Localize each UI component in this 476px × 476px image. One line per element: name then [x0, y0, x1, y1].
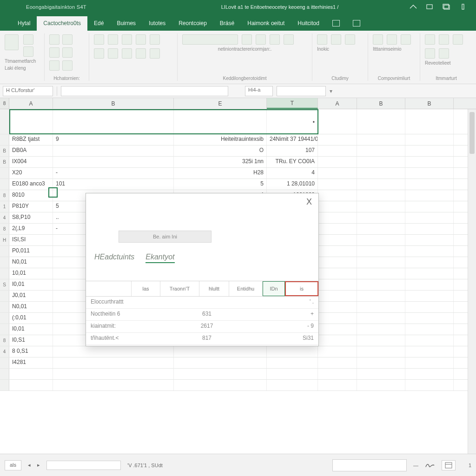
- cell[interactable]: [357, 268, 405, 279]
- cell[interactable]: [405, 145, 454, 156]
- inc-decimal-icon[interactable]: [270, 34, 280, 45]
- cell[interactable]: [174, 357, 267, 368]
- cell[interactable]: [357, 357, 405, 368]
- column-header-B-6[interactable]: B: [405, 98, 454, 109]
- cell[interactable]: [318, 268, 357, 279]
- formula-input-mid[interactable]: [277, 86, 326, 96]
- panel-table-row[interactable]: Noctheitin 6631+: [86, 309, 318, 321]
- underline-icon[interactable]: [49, 47, 60, 58]
- panel-search-box[interactable]: Be. aim Ini: [119, 231, 212, 243]
- cell[interactable]: [53, 357, 174, 368]
- cell[interactable]: [357, 369, 405, 379]
- indent-inc-icon[interactable]: [122, 48, 132, 59]
- cell[interactable]: •: [267, 109, 318, 134]
- cell[interactable]: [357, 168, 405, 178]
- cell[interactable]: [174, 109, 267, 134]
- nav-prev-icon[interactable]: ◂: [28, 462, 31, 468]
- table-row[interactable]: I4281: [0, 357, 476, 369]
- cell[interactable]: [318, 369, 357, 379]
- ribbon-extra-icon-1[interactable]: [326, 17, 346, 31]
- indent-dec-icon[interactable]: [108, 48, 118, 59]
- cell[interactable]: [405, 313, 454, 324]
- mid-label-box[interactable]: Hi4-a: [245, 86, 273, 96]
- cell[interactable]: [9, 369, 53, 379]
- name-box[interactable]: H CL/forstur': [3, 86, 53, 96]
- cell[interactable]: [357, 201, 405, 212]
- cell[interactable]: [357, 145, 405, 156]
- row-header[interactable]: S: [0, 279, 9, 290]
- cell[interactable]: [357, 109, 405, 134]
- cell[interactable]: [53, 109, 174, 134]
- cell[interactable]: P0,011: [9, 246, 53, 257]
- cell[interactable]: O: [174, 145, 267, 156]
- cond-format-icon[interactable]: [317, 34, 327, 45]
- italic-icon[interactable]: [62, 34, 73, 45]
- cell[interactable]: [318, 313, 357, 324]
- cell[interactable]: P810Y: [9, 201, 53, 212]
- table-row[interactable]: E0180 anco310151 28,01010: [0, 179, 476, 190]
- ribbon-tab-8[interactable]: Huitcitod: [291, 16, 326, 31]
- vertical-scrollbar[interactable]: [468, 109, 476, 454]
- panel-table-row[interactable]: tñhautënt.<817Si31: [86, 333, 318, 345]
- cell[interactable]: Heiteitrauintexsib: [174, 134, 267, 145]
- cell[interactable]: [318, 157, 357, 167]
- cell[interactable]: (:0,01: [9, 313, 53, 324]
- column-header-E-2[interactable]: E: [174, 98, 267, 109]
- cell[interactable]: [357, 291, 405, 301]
- align-middle-icon[interactable]: [108, 34, 118, 45]
- row-header[interactable]: [0, 302, 9, 312]
- column-header-T-3[interactable]: T: [267, 98, 318, 109]
- bold-icon[interactable]: [49, 34, 60, 45]
- cell[interactable]: [405, 201, 454, 212]
- autosum-icon[interactable]: [425, 34, 435, 45]
- panel-tab-3[interactable]: Entidhu: [229, 281, 263, 296]
- cell[interactable]: [318, 190, 357, 201]
- cell[interactable]: 101: [53, 179, 174, 190]
- cell[interactable]: 10,01: [9, 268, 53, 279]
- cell[interactable]: 24Nimit 37 19441/0: [267, 134, 318, 145]
- panel-tab-1[interactable]: Traonn'T: [160, 281, 199, 296]
- align-top-icon[interactable]: [94, 34, 104, 45]
- sheet-tab[interactable]: als: [5, 460, 21, 470]
- cell[interactable]: [318, 335, 357, 346]
- panel-headline-right[interactable]: Ekantyot: [145, 253, 174, 263]
- cell[interactable]: [405, 357, 454, 368]
- cell[interactable]: [318, 346, 357, 357]
- table-row[interactable]: R8BZ tjatst9Heiteitrauintexsib24Nimit 37…: [0, 134, 476, 145]
- row-header[interactable]: [0, 109, 9, 134]
- cell[interactable]: [357, 335, 405, 346]
- row-header[interactable]: [0, 313, 9, 324]
- cell[interactable]: E0180 anco3: [9, 179, 53, 190]
- font-color-icon[interactable]: [62, 60, 73, 71]
- column-header-B-1[interactable]: B: [53, 98, 174, 109]
- cell[interactable]: I0,01: [9, 279, 53, 290]
- fill-color-icon[interactable]: [49, 60, 60, 71]
- cell[interactable]: TRu. EY CO0IA: [267, 157, 318, 167]
- table-row[interactable]: [0, 369, 476, 380]
- cell[interactable]: [357, 346, 405, 357]
- cell[interactable]: [318, 302, 357, 312]
- align-right-icon[interactable]: [94, 48, 104, 59]
- cell[interactable]: [318, 291, 357, 301]
- cell[interactable]: [405, 235, 454, 245]
- panel-table-row[interactable]: Eloccurthrattt' .: [86, 297, 318, 309]
- row-header[interactable]: [0, 380, 9, 390]
- row-header[interactable]: [0, 257, 9, 268]
- status-input-box[interactable]: [332, 459, 407, 471]
- ribbon-tab-7[interactable]: Haimonk oeitut: [241, 16, 291, 31]
- row-header[interactable]: [0, 324, 9, 335]
- cell[interactable]: [357, 157, 405, 167]
- border-icon[interactable]: [62, 47, 73, 58]
- sort-icon[interactable]: [425, 48, 435, 59]
- table-format-icon[interactable]: [331, 34, 341, 45]
- cell[interactable]: [318, 257, 357, 268]
- minimize-icon[interactable]: [426, 4, 434, 10]
- cell[interactable]: [318, 224, 357, 234]
- cell[interactable]: [405, 257, 454, 268]
- cell[interactable]: I0,S1: [9, 335, 53, 346]
- copy-icon[interactable]: [23, 46, 33, 57]
- percent-icon[interactable]: [242, 34, 252, 45]
- cell[interactable]: 5: [174, 179, 267, 190]
- cell[interactable]: [357, 279, 405, 290]
- ribbon-tab-2[interactable]: Edé: [87, 16, 110, 31]
